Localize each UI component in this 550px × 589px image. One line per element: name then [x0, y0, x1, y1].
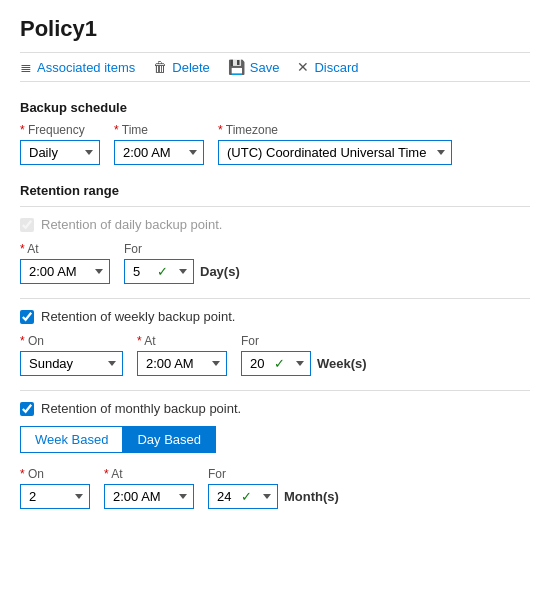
daily-at-select[interactable]: 2:00 AM — [20, 259, 110, 284]
backup-schedule-title: Backup schedule — [20, 100, 530, 115]
weekly-checkbox-row: Retention of weekly backup point. — [20, 309, 530, 324]
monthly-retention-section: Retention of monthly backup point. Week … — [20, 390, 530, 509]
delete-icon: 🗑 — [153, 59, 167, 75]
weekly-on-label: On — [20, 334, 123, 348]
weekly-retention-section: Retention of weekly backup point. On Sun… — [20, 298, 530, 376]
page-title: Policy1 — [20, 16, 530, 42]
monthly-for-label: For — [208, 467, 339, 481]
delete-button[interactable]: 🗑 Delete — [153, 59, 210, 75]
weekly-checkbox[interactable] — [20, 310, 34, 324]
daily-checkbox[interactable] — [20, 218, 34, 232]
frequency-select[interactable]: Daily Weekly Monthly — [20, 140, 100, 165]
monthly-toggle-group: Week Based Day Based — [20, 426, 530, 453]
frequency-label: Frequency — [20, 123, 100, 137]
monthly-unit-label: Month(s) — [284, 489, 339, 504]
monthly-at-group: At 2:00 AM — [104, 467, 194, 509]
save-button[interactable]: 💾 Save — [228, 59, 280, 75]
daily-for-select[interactable]: 5 7 14 30 — [124, 259, 194, 284]
time-select[interactable]: 2:00 AM 12:00 AM 1:00 AM 3:00 AM — [114, 140, 204, 165]
monthly-checkbox-label: Retention of monthly backup point. — [41, 401, 241, 416]
weekly-unit-label: Week(s) — [317, 356, 367, 371]
weekly-at-select[interactable]: 2:00 AM — [137, 351, 227, 376]
daily-unit-label: Day(s) — [200, 264, 240, 279]
time-label: Time — [114, 123, 204, 137]
discard-icon: ✕ — [297, 59, 309, 75]
weekly-on-select[interactable]: Sunday Monday Tuesday Wednesday Thursday… — [20, 351, 123, 376]
time-group: Time 2:00 AM 12:00 AM 1:00 AM 3:00 AM — [114, 123, 204, 165]
monthly-at-select[interactable]: 2:00 AM — [104, 484, 194, 509]
week-based-button[interactable]: Week Based — [20, 426, 122, 453]
daily-checkbox-row: Retention of daily backup point. — [20, 217, 530, 232]
weekly-on-group: On Sunday Monday Tuesday Wednesday Thurs… — [20, 334, 123, 376]
monthly-for-group: For 24 12 36 60 ✓ Month(s) — [208, 467, 339, 509]
save-label: Save — [250, 60, 280, 75]
retention-range-section: Retention range Retention of daily backu… — [20, 183, 530, 509]
delete-label: Delete — [172, 60, 210, 75]
associated-items-label: Associated items — [37, 60, 135, 75]
toolbar: ≣ Associated items 🗑 Delete 💾 Save ✕ Dis… — [20, 52, 530, 82]
monthly-on-group: On 2 1 3 4 5 — [20, 467, 90, 509]
monthly-on-select[interactable]: 2 1 3 4 5 — [20, 484, 90, 509]
timezone-group: Timezone (UTC) Coordinated Universal Tim… — [218, 123, 452, 165]
timezone-select[interactable]: (UTC) Coordinated Universal Time (UTC+05… — [218, 140, 452, 165]
weekly-at-group: At 2:00 AM — [137, 334, 227, 376]
backup-schedule-section: Backup schedule Frequency Daily Weekly M… — [20, 100, 530, 165]
monthly-checkbox-row: Retention of monthly backup point. — [20, 401, 530, 416]
monthly-on-label: On — [20, 467, 90, 481]
associated-items-button[interactable]: ≣ Associated items — [20, 59, 135, 75]
save-icon: 💾 — [228, 59, 245, 75]
daily-retention-section: Retention of daily backup point. At 2:00… — [20, 206, 530, 284]
daily-checkbox-label: Retention of daily backup point. — [41, 217, 222, 232]
daily-at-group: At 2:00 AM — [20, 242, 110, 284]
weekly-for-group: For 20 4 8 12 ✓ Week(s) — [241, 334, 367, 376]
daily-at-label: At — [20, 242, 110, 256]
weekly-at-label: At — [137, 334, 227, 348]
daily-for-group: For 5 7 14 30 ✓ Day(s) — [124, 242, 240, 284]
day-based-button[interactable]: Day Based — [122, 426, 216, 453]
weekly-for-label: For — [241, 334, 367, 348]
weekly-checkbox-label: Retention of weekly backup point. — [41, 309, 235, 324]
monthly-at-label: At — [104, 467, 194, 481]
daily-for-label: For — [124, 242, 240, 256]
discard-button[interactable]: ✕ Discard — [297, 59, 358, 75]
weekly-for-select[interactable]: 20 4 8 12 — [241, 351, 311, 376]
monthly-for-select[interactable]: 24 12 36 60 — [208, 484, 278, 509]
associated-items-icon: ≣ — [20, 59, 32, 75]
frequency-group: Frequency Daily Weekly Monthly — [20, 123, 100, 165]
timezone-label: Timezone — [218, 123, 452, 137]
retention-range-title: Retention range — [20, 183, 530, 198]
discard-label: Discard — [314, 60, 358, 75]
monthly-checkbox[interactable] — [20, 402, 34, 416]
